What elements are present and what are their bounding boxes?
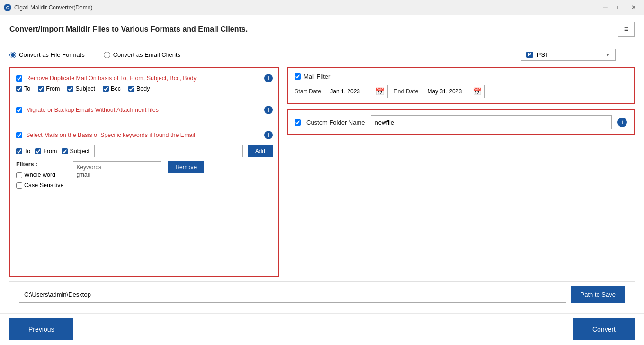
path-input[interactable] <box>19 286 566 303</box>
case-sensitive-label: Case Sensitive <box>24 182 63 189</box>
cb-subject-label: Subject <box>75 85 95 92</box>
custom-folder-input[interactable] <box>371 115 612 129</box>
end-date-input[interactable] <box>427 88 470 95</box>
cb-subject[interactable]: Subject <box>67 85 95 92</box>
keyword-list-area: Filters : Whole word Case Sensitive <box>16 160 273 199</box>
kw-cb-to-label: To <box>24 148 30 154</box>
right-panel: Mail Filter Start Date 📅 End Date 📅 <box>287 67 635 277</box>
cb-body[interactable]: Body <box>128 85 150 92</box>
mail-filter-checkbox[interactable] <box>295 73 301 80</box>
whole-word-cb[interactable]: Whole word <box>16 172 63 178</box>
cb-body-label: Body <box>136 85 150 92</box>
cb-to-label: To <box>24 85 30 92</box>
kw-cb-from[interactable]: From <box>35 148 57 154</box>
keyword-info-icon[interactable]: i <box>264 131 273 139</box>
start-date-calendar-icon[interactable]: 📅 <box>376 87 385 96</box>
cb-from[interactable]: From <box>38 85 60 92</box>
cb-from-label: From <box>46 85 60 92</box>
footer-bar: Previous Convert <box>0 313 644 345</box>
duplicate-checkbox[interactable] <box>16 75 22 82</box>
keyword-section-header: Select Mails on the Basis of Specific ke… <box>16 131 273 139</box>
end-date-label: End Date <box>394 88 418 95</box>
close-button[interactable]: ✕ <box>627 2 640 13</box>
duplicate-info-icon[interactable]: i <box>264 74 273 82</box>
custom-folder-label: Custom Folder Name <box>306 119 365 126</box>
cb-bcc-input[interactable] <box>103 86 109 92</box>
custom-folder-checkbox[interactable] <box>295 119 301 126</box>
radio-email-clients[interactable]: Convert as Email Clients <box>104 51 180 58</box>
radio-file-formats-input[interactable] <box>9 52 16 58</box>
minimize-button[interactable]: ─ <box>599 2 612 13</box>
divider-2 <box>16 124 273 124</box>
convert-button[interactable]: Convert <box>573 318 635 340</box>
duplicate-section-header: Remove Duplicate Mail On basis of To, Fr… <box>16 74 273 82</box>
keywords-header: Keywords <box>75 163 159 171</box>
whole-word-input[interactable] <box>16 172 22 178</box>
mail-filter-header: Mail Filter <box>295 73 627 80</box>
radio-file-formats-label: Convert as File Formats <box>19 51 85 58</box>
duplicate-section: Remove Duplicate Mail On basis of To, Fr… <box>16 74 273 92</box>
kw-cb-subject-input[interactable] <box>62 148 68 154</box>
keyword-section: Select Mails on the Basis of Specific ke… <box>16 131 273 199</box>
left-panel: Remove Duplicate Mail On basis of To, Fr… <box>9 67 279 277</box>
format-dropdown[interactable]: P PST ▼ <box>521 49 616 61</box>
case-sensitive-cb[interactable]: Case Sensitive <box>16 182 63 189</box>
radio-row: Convert as File Formats Convert as Email… <box>9 49 635 61</box>
attachment-checkbox[interactable] <box>16 107 22 113</box>
case-sensitive-input[interactable] <box>16 182 22 189</box>
whole-word-label: Whole word <box>24 172 55 178</box>
app-body: Convert/Import Maildir Files to Various … <box>0 15 644 345</box>
menu-button[interactable]: ≡ <box>618 22 635 37</box>
kw-cb-to[interactable]: To <box>16 148 30 154</box>
kw-cb-from-label: From <box>43 148 57 154</box>
format-dropdown-label: PST <box>537 51 549 58</box>
maximize-button[interactable]: □ <box>613 2 626 13</box>
start-date-label: Start Date <box>295 88 321 95</box>
attachment-section-header: Migrate or Backup Emails Without Attachm… <box>16 106 273 114</box>
mail-filter-label: Mail Filter <box>304 73 330 80</box>
title-bar-text: Cigati Maildir Converter(Demo) <box>14 4 599 11</box>
radio-email-clients-label: Convert as Email Clients <box>113 51 180 58</box>
cb-from-input[interactable] <box>38 86 44 92</box>
attachment-title: Migrate or Backup Emails Without Attachm… <box>26 107 159 113</box>
previous-button[interactable]: Previous <box>9 318 73 340</box>
keyword-text-input[interactable] <box>94 145 243 157</box>
cb-body-input[interactable] <box>128 86 134 92</box>
add-keyword-button[interactable]: Add <box>248 145 273 157</box>
keyword-title: Select Mails on the Basis of Specific ke… <box>26 132 195 138</box>
kw-cb-to-input[interactable] <box>16 148 22 154</box>
end-date-input-wrap[interactable]: 📅 <box>424 85 485 98</box>
kw-cb-from-input[interactable] <box>35 148 41 154</box>
radio-file-formats[interactable]: Convert as File Formats <box>9 51 85 58</box>
keyword-item-gmail: gmail <box>75 171 159 179</box>
attachment-info-icon[interactable]: i <box>264 106 273 114</box>
cb-to-input[interactable] <box>16 86 22 92</box>
app-title: Convert/Import Maildir Files to Various … <box>9 25 248 34</box>
cb-subject-input[interactable] <box>67 86 73 92</box>
divider-1 <box>16 99 273 99</box>
kw-cb-subject-label: Subject <box>70 148 89 154</box>
app-icon: C <box>4 4 11 11</box>
cb-bcc[interactable]: Bcc <box>103 85 121 92</box>
content-area: Convert as File Formats Convert as Email… <box>0 42 644 313</box>
cb-to[interactable]: To <box>16 85 30 92</box>
end-date-calendar-icon[interactable]: 📅 <box>473 87 482 96</box>
path-to-save-button[interactable]: Path to Save <box>571 286 625 303</box>
dropdown-arrow-icon: ▼ <box>605 52 610 58</box>
window-controls: ─ □ ✕ <box>599 2 640 13</box>
start-date-input[interactable] <box>330 88 373 95</box>
custom-folder-info-icon[interactable]: i <box>617 118 627 127</box>
radio-email-clients-input[interactable] <box>104 52 110 58</box>
app-header: Convert/Import Maildir Files to Various … <box>0 15 644 42</box>
start-date-input-wrap[interactable]: 📅 <box>327 85 388 98</box>
keyword-list-box: Keywords gmail <box>73 161 161 199</box>
kw-cb-subject[interactable]: Subject <box>62 148 89 154</box>
bottom-bar: Path to Save <box>9 281 635 307</box>
date-row: Start Date 📅 End Date 📅 <box>295 85 627 98</box>
keyword-checkbox[interactable] <box>16 132 22 138</box>
duplicate-checkbox-row: To From Subject Bcc <box>16 85 273 92</box>
remove-keyword-button[interactable]: Remove <box>168 161 204 173</box>
pst-icon: P <box>526 52 533 58</box>
duplicate-title: Remove Duplicate Mail On basis of To, Fr… <box>26 75 197 82</box>
filter-checks: Whole word Case Sensitive <box>16 172 63 189</box>
